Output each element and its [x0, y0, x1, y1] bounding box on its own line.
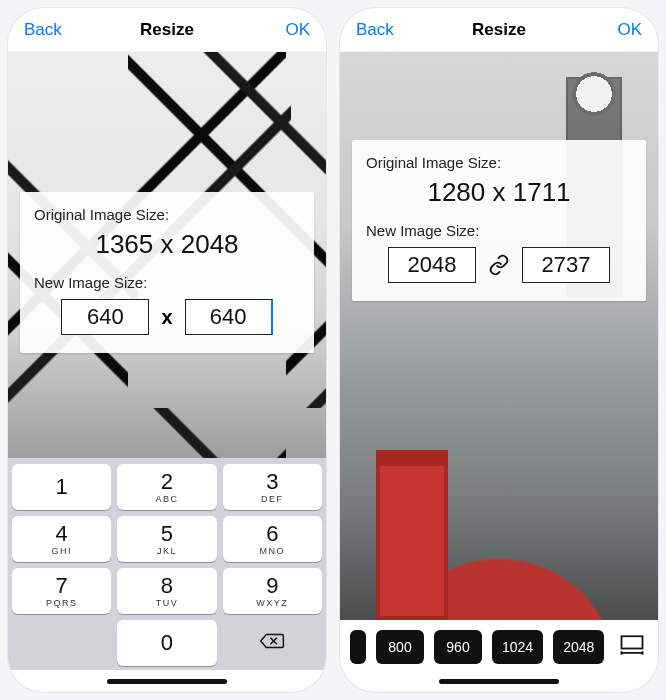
key-6[interactable]: 6MNO — [223, 516, 322, 562]
home-indicator — [340, 670, 658, 692]
size-separator-x: x — [161, 306, 172, 329]
back-button[interactable]: Back — [356, 20, 394, 40]
key-8[interactable]: 8TUV — [117, 568, 216, 614]
key-5[interactable]: 5JKL — [117, 516, 216, 562]
new-size-label: New Image Size: — [366, 222, 632, 239]
phonebooth-graphic — [376, 450, 448, 620]
aspect-toggle-button[interactable] — [616, 633, 648, 661]
phone-left: Back Resize OK Original Image Size: 1365… — [8, 8, 326, 692]
preset-2048[interactable]: 2048 — [553, 630, 604, 664]
key-7[interactable]: 7PQRS — [12, 568, 111, 614]
key-2[interactable]: 2ABC — [117, 464, 216, 510]
preset-partial[interactable] — [350, 630, 366, 664]
key-0[interactable]: 0 — [117, 620, 216, 666]
key-3[interactable]: 3DEF — [223, 464, 322, 510]
preset-800[interactable]: 800 — [376, 630, 424, 664]
key-1[interactable]: 1 — [12, 464, 111, 510]
new-size-label: New Image Size: — [34, 274, 300, 291]
phone-right: Back Resize OK Original Image Size: 1280… — [340, 8, 658, 692]
preset-bar: 800 960 1024 2048 — [340, 620, 658, 670]
original-size-value: 1280 x 1711 — [366, 177, 632, 208]
original-size-label: Original Image Size: — [34, 206, 300, 223]
height-input[interactable] — [522, 247, 610, 283]
resize-card: Original Image Size: 1280 x 1711 New Ima… — [352, 140, 646, 301]
background-image — [340, 52, 658, 620]
navbar: Back Resize OK — [340, 8, 658, 52]
width-input[interactable] — [388, 247, 476, 283]
key-empty — [12, 620, 111, 666]
aspect-ratio-icon — [618, 634, 646, 660]
key-9[interactable]: 9WXYZ — [223, 568, 322, 614]
content-area: Original Image Size: 1280 x 1711 New Ima… — [340, 52, 658, 620]
preset-960[interactable]: 960 — [434, 630, 482, 664]
back-button[interactable]: Back — [24, 20, 62, 40]
content-area: Original Image Size: 1365 x 2048 New Ima… — [8, 52, 326, 458]
resize-card: Original Image Size: 1365 x 2048 New Ima… — [20, 192, 314, 353]
ok-button[interactable]: OK — [285, 20, 310, 40]
height-input[interactable] — [185, 299, 273, 335]
svg-rect-0 — [622, 636, 643, 648]
new-size-row: x — [34, 299, 300, 335]
width-input[interactable] — [61, 299, 149, 335]
ok-button[interactable]: OK — [617, 20, 642, 40]
original-size-label: Original Image Size: — [366, 154, 632, 171]
navbar: Back Resize OK — [8, 8, 326, 52]
key-4[interactable]: 4GHI — [12, 516, 111, 562]
backspace-icon — [259, 631, 285, 655]
original-size-value: 1365 x 2048 — [34, 229, 300, 260]
numeric-keypad: 1 2ABC 3DEF 4GHI 5JKL 6MNO 7PQRS 8TUV 9W… — [8, 458, 326, 670]
key-backspace[interactable] — [223, 620, 322, 666]
preset-1024[interactable]: 1024 — [492, 630, 543, 664]
link-aspect-icon[interactable] — [488, 254, 510, 276]
home-indicator — [8, 670, 326, 692]
new-size-row — [366, 247, 632, 283]
